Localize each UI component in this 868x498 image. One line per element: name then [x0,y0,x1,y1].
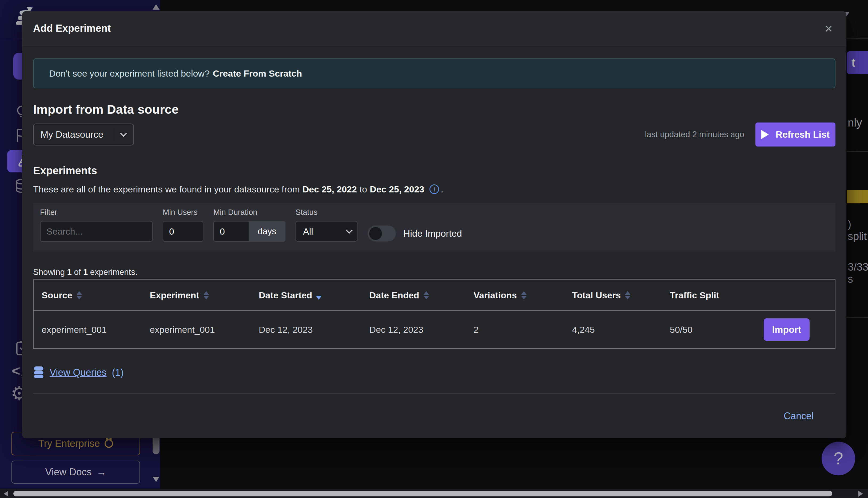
column-header-source[interactable]: Source [34,290,142,301]
play-icon [761,130,769,139]
hide-imported-toggle[interactable] [368,225,396,241]
scroll-right-arrow[interactable] [858,491,863,497]
showing-count-text: Showing 1 of 1 experiments. [33,267,836,277]
view-queries-link[interactable]: View Queries [50,367,106,378]
hide-imported-label: Hide Imported [403,228,462,239]
chevron-down-icon [346,227,352,234]
column-header-date-ended[interactable]: Date Ended [361,290,466,301]
table-row: experiment_001 experiment_001 Dec 12, 20… [34,311,835,348]
modal-header: Add Experiment × [22,11,846,46]
background-button-fragment: t [847,51,868,74]
chevron-down-icon [120,130,127,137]
modal-title: Add Experiment [33,23,111,34]
toggle-knob [369,227,382,240]
datasource-value: My Datasource [34,129,113,140]
background-divider [847,241,868,241]
search-input[interactable] [40,221,152,242]
sort-icon [521,291,526,299]
min-duration-input[interactable] [213,221,249,242]
filter-label: Filter [40,208,152,217]
min-users-input[interactable] [163,221,203,242]
scroll-left-arrow[interactable] [4,491,8,497]
sort-icon [625,291,630,299]
import-heading: Import from Data source [33,102,836,117]
info-icon[interactable]: i [429,184,439,194]
background-divider [847,151,868,152]
status-select[interactable]: All [296,221,358,242]
background-divider [847,317,868,318]
filter-bar: Filter Min Users Min Duration days Statu… [33,203,836,252]
cell-date-ended: Dec 12, 2023 [361,325,466,335]
column-header-total-users[interactable]: Total Users [564,290,662,301]
scroll-down-arrow[interactable] [152,477,160,482]
import-button[interactable]: Import [764,318,810,341]
cell-traffic-split: 50/50 Import [662,318,835,341]
status-label: Status [296,208,358,217]
experiments-description: These are all of the experiments we foun… [33,183,836,195]
days-addon: days [249,221,285,242]
cell-source: experiment_001 [34,325,142,335]
view-docs-button[interactable]: View Docs → [12,461,140,484]
create-from-scratch-link[interactable]: Create From Scratch [213,68,302,79]
cell-variations: 2 [466,325,564,335]
experiments-heading: Experiments [33,164,836,177]
experiments-table: Source Experiment Date Started Date Ende… [33,279,836,349]
column-header-variations[interactable]: Variations [466,290,564,301]
cell-experiment: experiment_001 [142,325,251,335]
background-text-fragment: nly [848,116,862,129]
datasource-select[interactable]: My Datasource [33,123,134,145]
help-button[interactable]: ? [822,442,855,475]
cell-total-users: 4,245 [564,325,662,335]
add-experiment-modal: Add Experiment × Don't see your experime… [22,11,846,438]
background-yellow-bar [847,190,868,204]
modal-footer: Cancel [33,393,836,438]
cell-date-started: Dec 12, 2023 [251,325,361,335]
horizontal-scrollbar [0,489,868,498]
column-header-traffic-split: Traffic Split [662,290,835,301]
close-icon[interactable]: × [825,22,832,35]
banner-text: Don't see your experiment listed below? [49,68,210,79]
arrow-right-icon: → [96,467,106,478]
sort-desc-icon [316,296,322,300]
min-users-label: Min Users [163,208,203,217]
sort-icon [77,291,82,299]
status-value: All [296,226,340,237]
date-from: Dec 25, 2022 [303,183,357,195]
sort-icon [424,291,429,299]
scroll-up-arrow[interactable] [152,4,160,10]
medal-icon [105,439,113,448]
date-to: Dec 25, 2023 [370,183,424,195]
column-header-date-started[interactable]: Date Started [251,290,361,301]
horizontal-scrollbar-thumb[interactable] [13,491,832,496]
select-divider [113,128,114,141]
last-updated-text: last updated 2 minutes ago [645,130,744,139]
min-duration-label: Min Duration [213,208,285,217]
refresh-list-button[interactable]: Refresh List [756,122,836,146]
sort-icon [203,291,209,299]
create-from-scratch-banner: Don't see your experiment listed below? … [33,58,836,88]
view-queries-count: (1) [112,367,123,378]
cancel-link[interactable]: Cancel [784,410,814,422]
background-text-fragment: ) split [848,218,868,242]
column-header-experiment[interactable]: Experiment [142,290,251,301]
table-header-row: Source Experiment Date Started Date Ende… [34,280,835,311]
background-text-fragment: 3/33 s [848,261,868,285]
database-icon [33,366,44,379]
